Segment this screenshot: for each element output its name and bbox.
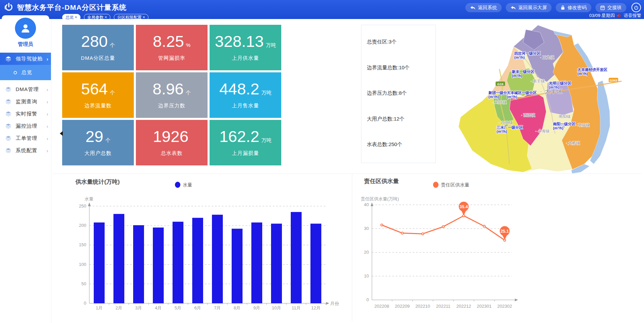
- bar-x-label: 2月: [115, 305, 122, 310]
- chevron-right-icon: ›: [47, 136, 48, 141]
- sidebar-item-实时报警[interactable]: 实时报警›: [0, 108, 51, 120]
- avatar: [15, 18, 36, 39]
- summary-item-0: 总责任区:3个: [367, 39, 433, 45]
- stat-label: 边界流量数: [85, 103, 112, 109]
- stat-value: 8.96: [153, 81, 183, 97]
- bar-2月: [113, 214, 124, 303]
- stat-label: 上月供水量: [232, 55, 259, 61]
- power-button[interactable]: [631, 3, 641, 12]
- sidebar-item-工单管理[interactable]: 工单管理›: [0, 132, 51, 144]
- bar-x-label: 12月: [311, 305, 320, 310]
- status-row: 03/09 星期四 语音报警: [589, 13, 641, 19]
- sidebar-collapse-icon[interactable]: [60, 131, 63, 136]
- top-header: 智慧水务平台-DMA分区计量系统 返回系统返回展示大屏修改密码交接班 03/09…: [0, 0, 644, 19]
- line-y-tick: 30: [364, 226, 369, 231]
- bar-12月: [310, 223, 321, 303]
- tab-总览[interactable]: 总览×: [62, 14, 80, 21]
- voice-alarm-label[interactable]: 语音报警: [624, 13, 641, 19]
- zone-label-四岔河一级分区: 四岔河一级分区: [514, 51, 540, 55]
- line-chart-title: 责任区供水量: [364, 178, 399, 184]
- sidebar-item-label: 监测查询: [16, 98, 47, 105]
- zone-unit: (m³/h): [553, 126, 564, 130]
- brand: 智慧水务平台-DMA分区计量系统: [3, 2, 127, 13]
- stat-value: 162.2: [219, 128, 260, 144]
- stat-label: 总水表数: [161, 150, 183, 157]
- user-card: 管理员: [2, 15, 49, 50]
- layers-icon: [5, 99, 11, 104]
- line-x-label: 202211: [436, 304, 450, 309]
- bar-11月: [291, 212, 302, 303]
- data-point-202301: [483, 225, 485, 227]
- town-label-草庙镇: · 草庙镇: [575, 123, 590, 127]
- line-legend-label: 责任区供水量: [441, 182, 469, 187]
- town-label-新丰镇: · 新丰镇: [531, 79, 545, 83]
- mark-pin-label: 25.1: [501, 229, 509, 234]
- bar-y-tick: 100: [79, 262, 86, 267]
- layers-icon: [5, 136, 11, 141]
- sidebar-item-领导驾驶舱[interactable]: 领导驾驶舱›: [0, 53, 51, 65]
- header-button-2[interactable]: 修改密码: [556, 3, 591, 12]
- zone-label-新丰一级分区: 新丰一级分区: [512, 70, 534, 74]
- line-y-tick: 40: [364, 202, 369, 207]
- sidebar-item-label: DMA管理: [16, 86, 47, 93]
- stat-label: 边界压力数: [158, 103, 185, 109]
- bar-x-label: 10月: [272, 305, 281, 310]
- bar-x-label: 5月: [175, 305, 181, 310]
- zone-label-三水厂一级分区: 三水厂一级分区: [497, 125, 523, 129]
- stat-unit: 个: [186, 90, 191, 96]
- line-legend-marker[interactable]: [433, 182, 439, 188]
- sidebar-subitem-总览[interactable]: 总览: [0, 65, 51, 80]
- sidebar-item-漏控治理[interactable]: 漏控治理›: [0, 120, 51, 132]
- town-label-西团镇: · 西团镇: [521, 113, 535, 117]
- summary-item-2: 边界压力总数:8个: [367, 90, 433, 96]
- bar-legend-marker[interactable]: [175, 182, 180, 188]
- bar-y-tick: 150: [79, 242, 86, 247]
- data-point-202209: [401, 232, 403, 234]
- header-button-0[interactable]: 返回系统: [465, 3, 502, 12]
- layers-icon: [5, 148, 11, 153]
- speaker-icon: [616, 13, 622, 18]
- header-button-3[interactable]: 交接班: [595, 3, 626, 12]
- line-x-label: 202208: [374, 304, 389, 309]
- line-y-axis-title: 责任区供水量(万吨): [361, 196, 399, 201]
- stat-unit: 个: [110, 90, 115, 96]
- back-arrow-icon: [470, 5, 476, 10]
- layers-icon: [5, 124, 11, 129]
- stat-value: 328.13: [215, 33, 264, 49]
- stat-card-上月供水量: 328.13万吨上月供水量: [210, 25, 281, 70]
- data-point-202211: [442, 226, 444, 228]
- sidebar-item-DMA管理[interactable]: DMA管理›: [0, 83, 51, 95]
- stat-label: 上月漏损量: [232, 150, 259, 157]
- sidebar-item-监测查询[interactable]: 监测查询›: [0, 95, 51, 108]
- tab-label: 分区权限配置: [117, 15, 142, 20]
- tab-close-icon[interactable]: ×: [143, 15, 145, 20]
- header-button-label: 交接班: [607, 5, 622, 11]
- tab-close-icon[interactable]: ×: [105, 15, 107, 20]
- header-button-1[interactable]: 返回展示大屏: [506, 3, 552, 12]
- stat-value: 29: [86, 128, 103, 144]
- zone-unit: (m³/h): [507, 95, 517, 99]
- tab-分区权限配置[interactable]: 分区权限配置×: [114, 14, 148, 21]
- sidebar-menu-rest: DMA管理›监测查询›实时报警›漏控治理›工单管理›系统配置›: [0, 83, 51, 157]
- bar-1月: [94, 222, 105, 303]
- bar-3月: [133, 225, 144, 303]
- bar-6月: [192, 218, 203, 303]
- zone-unit: (m³/h): [512, 74, 522, 78]
- line-x-label: 202212: [457, 304, 471, 309]
- sidebar-item-系统配置[interactable]: 系统配置›: [0, 144, 51, 157]
- stat-label: DMA分区总量: [81, 55, 115, 61]
- line-y-tick: 0: [366, 297, 369, 302]
- line-x-label: 202302: [497, 304, 512, 309]
- header-button-label: 返回展示大屏: [518, 5, 547, 11]
- stat-label: 大用户总数: [85, 150, 112, 157]
- zone-unit: (m³/h): [514, 55, 525, 59]
- tab-全局参数[interactable]: 全局参数×: [84, 14, 110, 21]
- stat-unit: 万吨: [261, 90, 271, 96]
- layers-icon: [5, 87, 11, 92]
- tab-label: 全局参数: [87, 15, 104, 20]
- stat-card-边界压力数: 8.96个边界压力数: [136, 72, 208, 118]
- tab-close-icon[interactable]: ×: [75, 15, 77, 20]
- stat-value: 564: [81, 81, 108, 97]
- bullet-icon: [14, 71, 17, 74]
- district-map[interactable]: G15G343· 三龙镇· 新丰镇· 大丰区· 刘庄镇· 西团镇· 白驹镇· 小…: [438, 21, 642, 173]
